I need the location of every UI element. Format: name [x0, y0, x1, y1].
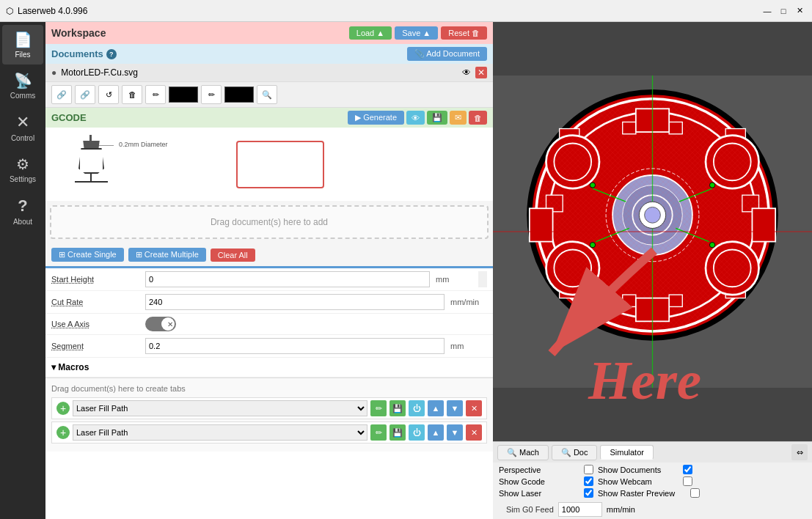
workspace-title: Workspace — [51, 27, 106, 39]
pcb-svg — [493, 22, 812, 441]
toolbar-pen-btn-2[interactable]: ✏ — [201, 85, 222, 104]
prop-row-segment: Segment mm — [45, 335, 493, 358]
files-icon: 📄 — [14, 31, 32, 48]
title-bar: ⬡ Laserweb 4.0.996 — □ ✕ — [0, 0, 812, 22]
perspective-label: Perspective — [499, 465, 579, 474]
show-raster-checkbox[interactable] — [690, 488, 700, 498]
start-height-input[interactable] — [145, 271, 430, 287]
svg-point-31 — [590, 243, 595, 248]
doc-icon: 🔍 — [561, 448, 571, 457]
sidebar-item-about-label: About — [13, 218, 32, 226]
gcode-eye-btn[interactable]: 👁 — [406, 111, 425, 125]
perspective-checkbox[interactable] — [584, 465, 593, 474]
properties-panel: Start Height mm Cut Rate mm/min Use A Ax… — [45, 266, 493, 519]
bottom-bar: 🔍 Mach 🔍 Doc Simulator ⇔ — [493, 441, 812, 519]
add-document-button[interactable]: 📎 Add Document — [407, 47, 487, 61]
show-gcode-checkbox[interactable] — [584, 476, 593, 486]
op-down-btn-1[interactable]: ▼ — [447, 400, 463, 416]
show-documents-checkbox[interactable] — [683, 465, 692, 474]
tab-simulator[interactable]: Simulator — [600, 445, 653, 460]
gcode-section: GCODE ▶ Generate 👁 💾 ✉ 🗑 — [45, 108, 493, 128]
documents-help-icon[interactable]: ? — [106, 49, 117, 59]
toolbar-delete-btn[interactable]: 🗑 — [122, 85, 142, 104]
toolbar-link-btn-2[interactable]: 🔗 — [75, 85, 95, 104]
svg-rect-39 — [530, 208, 553, 241]
tab-mach[interactable]: 🔍 Mach — [497, 445, 549, 460]
tab-doc[interactable]: 🔍 Doc — [552, 445, 598, 460]
show-laser-checkbox[interactable] — [584, 488, 593, 498]
op-save-btn-2[interactable]: 💾 — [389, 424, 406, 441]
panel-expand-btn[interactable]: ⇔ — [791, 444, 808, 460]
load-button[interactable]: Load ▲ — [349, 26, 392, 40]
generate-button[interactable]: ▶ Generate — [348, 111, 404, 125]
sidebar-item-settings-label: Settings — [10, 175, 36, 183]
sidebar-item-comms[interactable]: 📡 Comms — [2, 66, 43, 106]
maximize-button[interactable]: □ — [777, 4, 790, 18]
mach-icon: 🔍 — [507, 448, 517, 457]
tab-mach-label: Mach — [519, 448, 539, 457]
toolbar-search-btn[interactable]: 🔍 — [257, 85, 277, 104]
start-height-unit: mm — [436, 275, 472, 284]
op-add-btn-2[interactable]: + — [56, 426, 70, 439]
save-button[interactable]: Save ▲ — [395, 26, 438, 40]
op-remove-btn-1[interactable]: ✕ — [466, 400, 482, 416]
drag-area-text: Drag document(s) here to add — [211, 217, 328, 227]
op-up-btn-2[interactable]: ▲ — [428, 424, 444, 441]
sidebar-item-about[interactable]: ? About — [2, 191, 43, 232]
create-single-button[interactable]: ⊞ Create Single — [51, 248, 124, 262]
toolbar-link-btn-1[interactable]: 🔗 — [51, 85, 72, 104]
sim-controls: Perspective Show Gcode Show Laser — [493, 463, 812, 519]
sidebar-item-control[interactable]: ✕ Control — [2, 107, 43, 148]
gcode-trash-btn[interactable]: 🗑 — [469, 111, 487, 125]
create-multiple-button[interactable]: ⊞ Create Multiple — [128, 248, 206, 262]
settings-icon: ⚙ — [16, 155, 29, 173]
op-toggle-btn-1[interactable]: ⏻ — [409, 400, 425, 416]
macros-title[interactable]: ▾ Macros — [51, 362, 89, 372]
op-select-2[interactable]: Laser Fill Path Laser Path Laser Cut Pat… — [73, 424, 367, 441]
op-select-1[interactable]: Laser Fill Path Laser Path Laser Cut Pat… — [73, 400, 367, 416]
gcode-envelope-btn[interactable]: ✉ — [450, 111, 467, 125]
op-down-btn-2[interactable]: ▼ — [447, 424, 463, 441]
svg-rect-35 — [623, 295, 636, 306]
eye-icon[interactable]: 👁 — [462, 67, 471, 78]
op-edit-btn-1[interactable]: ✏ — [370, 400, 387, 416]
color-swatch-2[interactable] — [224, 86, 254, 103]
op-save-btn-1[interactable]: 💾 — [389, 400, 406, 416]
toolbar-pen-btn[interactable]: ✏ — [145, 85, 166, 104]
bottom-tabs: 🔍 Mach 🔍 Doc Simulator ⇔ — [493, 442, 812, 463]
reset-button[interactable]: Reset 🗑 — [441, 26, 487, 40]
close-button[interactable]: ✕ — [793, 4, 806, 18]
simulator-label: Simulator — [610, 448, 643, 457]
gcode-title: GCODE — [51, 112, 87, 123]
sim-g0-feed-input[interactable] — [558, 502, 602, 517]
op-toggle-btn-2[interactable]: ⏻ — [409, 424, 425, 441]
toolbar-rotate-btn[interactable]: ↺ — [98, 85, 119, 104]
app-title: Laserweb 4.0.996 — [18, 6, 87, 16]
sidebar-item-settings[interactable]: ⚙ Settings — [2, 150, 43, 189]
use-a-axis-toggle[interactable]: ✕ — [145, 317, 176, 331]
op-remove-btn-2[interactable]: ✕ — [466, 424, 482, 441]
op-add-btn-1[interactable]: + — [56, 402, 70, 415]
sidebar-item-files[interactable]: 📄 Files — [2, 25, 43, 65]
cut-rate-input[interactable] — [145, 294, 445, 310]
segment-label: Segment — [51, 342, 139, 350]
show-webcam-label: Show Webcam — [598, 477, 679, 486]
workspace-header: Workspace Load ▲ Save ▲ Reset 🗑 — [45, 22, 493, 44]
clear-all-button[interactable]: Clear All — [211, 249, 255, 262]
drag-area[interactable]: Drag document(s) here to add — [50, 205, 489, 239]
canvas-area[interactable]: Here — [493, 22, 812, 441]
minimize-button[interactable]: — — [761, 4, 774, 18]
file-close-icon[interactable]: ✕ — [475, 67, 487, 78]
color-swatch-1[interactable] — [169, 86, 198, 103]
show-webcam-checkbox[interactable] — [683, 476, 692, 486]
about-icon: ? — [18, 196, 27, 216]
show-gcode-label: Show Gcode — [499, 477, 579, 486]
op-up-btn-1[interactable]: ▲ — [428, 400, 444, 416]
prop-scrollbar — [478, 271, 487, 287]
show-raster-label: Show Raster Preview — [598, 489, 686, 498]
gcode-save-btn[interactable]: 💾 — [427, 111, 447, 125]
segment-input[interactable] — [145, 338, 445, 354]
op-edit-btn-2[interactable]: ✏ — [370, 424, 387, 441]
laser-preview: 0.2mm Diameter — [45, 128, 493, 201]
file-bullet-icon: ● — [51, 67, 56, 78]
